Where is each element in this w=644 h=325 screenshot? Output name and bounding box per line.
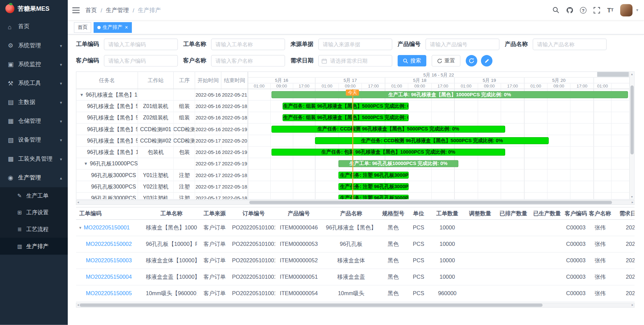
- gantt-bar-task[interactable]: 生产任务: 注塑 96孔孔板3000PCS 完成比例: 0%: [338, 183, 409, 190]
- gantt-bar-work-order[interactable]: 生产工单: 96孔孔板10000PCS 完成比例: 0%: [338, 160, 459, 167]
- sidebar: 苦糖果MES ⌂ 首页 ⚙ 系统管理 ▾ ▣ 系统监控 ▾ ⚒ 系统工具 ▾ ▤…: [0, 0, 68, 325]
- navbar-actions: ? TT ▾: [552, 4, 638, 16]
- warehouse-icon: ▦: [8, 117, 18, 125]
- scrollbar-thumb[interactable]: [249, 201, 612, 204]
- order-code-link[interactable]: MO202205150004: [86, 274, 132, 280]
- gantt-task-row[interactable]: 96孔移液盒【黑色】5000PCS Z01组装机 组装 2022-05-16 2…: [76, 101, 248, 112]
- filter-demand-date: 需求日期: [290, 55, 392, 66]
- gantt-task-row[interactable]: 96孔孔板3000PCS Y02注塑机 注塑 2022-05-17 2022-0…: [76, 181, 248, 193]
- gantt-timeline: 5月 16 - 5月 22 5月 16 5月 17 5月 18 5月 19 5月…: [248, 72, 629, 199]
- sidebar-item-warehouse-management[interactable]: ▦ 仓储管理 ▾: [0, 112, 68, 130]
- chevron-down-icon[interactable]: ▾: [636, 8, 638, 12]
- gantt-bar-task[interactable]: 生产任务: 注塑 96孔孔板3000PCS 完成比例: 0%: [338, 172, 409, 179]
- refresh-button[interactable]: [466, 55, 477, 66]
- tags-bar: 首页 生产排产 ×: [68, 20, 644, 35]
- order-code-link[interactable]: MO202205150002: [86, 241, 132, 247]
- gantt-bar-work-order[interactable]: 生产工单: 96孔移液盒【黑色】10000PCS 完成比例: 0%: [271, 91, 628, 98]
- sidebar-item-process-settings[interactable]: ⊞ 工序设置: [0, 204, 68, 221]
- help-icon[interactable]: ?: [580, 6, 587, 14]
- gantt-task-row[interactable]: ▼96孔移液盒【黑色】10000PCS 2022-05-16 2022-05-2…: [76, 89, 248, 101]
- chevron-up-icon: ▴: [60, 175, 62, 180]
- gantt-bar-task[interactable]: 生产任务: 注塑 96孔孔板3000PCS 完成比例: 0%: [338, 195, 409, 199]
- hamburger-icon[interactable]: [72, 7, 80, 13]
- close-icon[interactable]: ×: [125, 24, 128, 30]
- order-row[interactable]: MO202205150005 10mm吸头【960000】PCS 客户订单 PO…: [76, 285, 635, 302]
- gear-icon: ⚙: [8, 42, 18, 49]
- gantt-horizontal-scrollbar[interactable]: ◂ ▸: [76, 200, 635, 205]
- active-tab-dot: [97, 26, 101, 29]
- gantt-bar-task[interactable]: 生产任务: 包装 96孔移液盒【黑色】10000PCS 完成比例: 0%: [271, 149, 505, 156]
- sidebar-item-production-management[interactable]: ◉ 生产管理 ▴: [0, 168, 68, 187]
- gantt-task-row[interactable]: 96孔移液盒【黑色】10000PCS 包装机 包装 2022-05-16 202…: [76, 147, 248, 158]
- breadcrumb-home[interactable]: 首页: [86, 6, 97, 14]
- filter-row-1: 工单编码 工单名称 来源单据 产品编号 产品名称: [76, 39, 635, 50]
- filter-product-no: 产品编号: [397, 39, 499, 50]
- gantt-task-row[interactable]: 96孔移液盒【黑色】5000PCS Z02组装机 组装 2022-05-16 2…: [76, 112, 248, 123]
- search-button[interactable]: 搜索: [397, 55, 426, 66]
- scroll-up-icon[interactable]: ▴: [631, 72, 633, 76]
- scroll-right-icon[interactable]: ▸: [632, 303, 633, 307]
- sidebar-item-system-tools[interactable]: ⚒ 系统工具 ▾: [0, 74, 68, 93]
- fullscreen-icon[interactable]: [593, 6, 600, 14]
- gantt-task-row[interactable]: 96孔移液盒【黑色】5000PCS CCD检测#02 CCD检测 2022-05…: [76, 135, 248, 147]
- gantt-task-grid: 任务名 工作站 工序 开始时间 结束时间 ▼96孔移液盒【黑色】10000PCS…: [76, 72, 248, 199]
- scroll-left-icon[interactable]: ◂: [77, 201, 79, 205]
- sidebar-item-master-data[interactable]: ▤ 主数据 ▾: [0, 93, 68, 112]
- scrollbar-thumb[interactable]: [80, 304, 543, 307]
- expand-caret-icon[interactable]: ▼: [80, 93, 84, 97]
- sidebar-item-equipment-management[interactable]: ▧ 设备管理 ▾: [0, 130, 68, 149]
- product-name-input[interactable]: [533, 39, 606, 50]
- search-icon[interactable]: [552, 6, 560, 14]
- source-document-input[interactable]: [318, 39, 392, 50]
- order-code-link[interactable]: MO202205150003: [86, 258, 132, 264]
- expand-caret-icon[interactable]: ▾: [79, 225, 81, 230]
- customer-name-input[interactable]: [211, 55, 285, 66]
- gantt-task-row[interactable]: 96孔孔板3000PCS Y01注塑机 注塑 2022-05-17 2022-0…: [76, 170, 248, 181]
- order-row[interactable]: MO202205150003 移液盒盒体【10000】PCS 客户订单 PO20…: [76, 253, 635, 269]
- order-row[interactable]: MO202205150002 96孔孔板【10000】PCS 客户订单 PO20…: [76, 236, 635, 253]
- scroll-down-icon[interactable]: ▾: [631, 195, 633, 199]
- chevron-down-icon: ▾: [60, 43, 62, 48]
- demand-date-input[interactable]: [318, 55, 392, 66]
- sidebar-item-system-monitoring[interactable]: ▣ 系统监控 ▾: [0, 55, 68, 74]
- sidebar-item-fixture-management[interactable]: ▩ 工装夹具管理 ▾: [0, 150, 68, 168]
- gantt-bar-task[interactable]: 生产任务: CCD检测 96孔移液盒【黑色】5000PCS 完成比例: 0%: [271, 126, 505, 133]
- github-icon[interactable]: [566, 6, 573, 14]
- sidebar-item-process-flow[interactable]: ≣ 工艺流程: [0, 221, 68, 238]
- edit-button[interactable]: [481, 55, 492, 66]
- gantt-task-row[interactable]: ▼96孔孔板10000PCS 2022-05-17 2022-05-19: [76, 158, 248, 169]
- sidebar-item-production-scheduling[interactable]: ▥ 生产排产: [0, 238, 68, 255]
- gantt-task-row[interactable]: 96孔移液盒【黑色】5000PCS CCD检测#01 CCD检测 2022-05…: [76, 124, 248, 135]
- sidebar-item-work-order[interactable]: ✎ 生产工单: [0, 187, 68, 204]
- order-code-link[interactable]: MO202205150005: [86, 290, 132, 296]
- gantt-vertical-scrollbar[interactable]: ▴ ▾: [629, 72, 634, 199]
- avatar[interactable]: [620, 4, 633, 16]
- home-icon: ⌂: [8, 23, 18, 30]
- gantt-bar-task[interactable]: 生产任务: CCD检测 96孔移液盒【黑色】5000PCS 完成比例: 0%: [315, 137, 549, 144]
- scrollbar-thumb[interactable]: [630, 86, 634, 155]
- app-title: 苦糖果MES: [18, 5, 50, 12]
- app-root: 苦糖果MES ⌂ 首页 ⚙ 系统管理 ▾ ▣ 系统监控 ▾ ⚒ 系统工具 ▾ ▤…: [0, 0, 644, 325]
- scroll-right-icon[interactable]: ▸: [632, 201, 633, 205]
- gantt-bar-task[interactable]: 生产任务: 组装 96孔移液盒【黑色】5000PCS 完成比例: 0%: [283, 103, 409, 110]
- expand-caret-icon[interactable]: ▼: [84, 161, 88, 166]
- tab-home[interactable]: 首页: [74, 22, 91, 33]
- breadcrumb-production-management[interactable]: 生产管理: [106, 6, 129, 14]
- work-order-code-input[interactable]: [104, 39, 178, 50]
- sidebar-item-home[interactable]: ⌂ 首页: [0, 17, 68, 36]
- product-no-input[interactable]: [426, 39, 499, 50]
- gantt-hours-row: 01:0009:0017:00 01:0009:0017:00 01:0009:…: [248, 84, 629, 89]
- order-code-link[interactable]: MO202205150001: [84, 225, 130, 231]
- order-row[interactable]: ▾MO202205150001 移液盒【黑色】10000个 客户订单 PO202…: [76, 220, 635, 236]
- order-row[interactable]: MO202205150004 移液盒盒盖【10000】PCS 客户订单 PO20…: [76, 269, 635, 285]
- reset-button[interactable]: 重置: [432, 55, 461, 66]
- work-order-name-input[interactable]: [211, 39, 285, 50]
- gantt-bar-task[interactable]: 生产任务: 组装 96孔移液盒【黑色】5000PCS 完成比例: 0%: [283, 114, 409, 121]
- customer-code-input[interactable]: [104, 55, 178, 66]
- scroll-left-icon[interactable]: ◂: [77, 303, 79, 307]
- tab-production-scheduling[interactable]: 生产排产 ×: [94, 22, 131, 33]
- gantt-task-row[interactable]: 96孔孔板3000PCS Y03注塑机 注塑 2022-05-17 2022-0…: [76, 193, 248, 199]
- font-size-icon[interactable]: TT: [607, 6, 614, 14]
- sidebar-item-system-management[interactable]: ⚙ 系统管理 ▾: [0, 36, 68, 55]
- orders-horizontal-scrollbar[interactable]: ◂ ▸: [76, 303, 635, 308]
